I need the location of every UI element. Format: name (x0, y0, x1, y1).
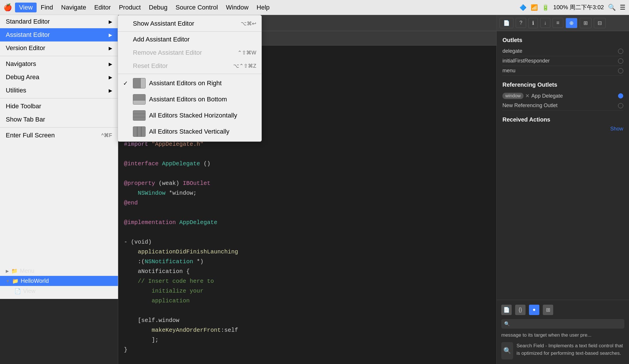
search-icon: 🔍 (504, 321, 510, 327)
rb-circle-icon[interactable]: ● (529, 305, 539, 315)
submenu-sep-2 (118, 74, 261, 74)
assistant-editor-submenu: Show Assistant Editor ⌥⌘↩ Add Assistant … (118, 15, 262, 142)
connection-row: window ✕ App Delegate (502, 91, 623, 101)
dropdown-show-tab-bar[interactable]: Show Tab Bar (0, 113, 118, 126)
hw-arrow-icon: ▼ (6, 279, 10, 283)
right-toolbar: 📄 ? ℹ ↓ ≡ ⊕ ⊞ ⊟ (497, 15, 629, 31)
rb-grid-icon[interactable]: ⊞ (543, 305, 553, 315)
separator-3 (0, 127, 118, 128)
remove-shortcut: ⌃⇧⌘W (238, 50, 256, 56)
menubar: 🍎 View Find Navigate Editor Product Debu… (0, 0, 629, 15)
remove-assistant-label: Remove Assistant Editor (133, 49, 202, 56)
battery-icon: 🔋 (542, 4, 549, 11)
rt-layout-btn[interactable]: ⊞ (580, 18, 592, 28)
new-outlet-circle[interactable] (618, 103, 623, 108)
dropdown-fullscreen[interactable]: Enter Full Screen ^⌘F (0, 129, 118, 142)
outlet-first-responder-label: initialFirstResponder (502, 58, 550, 64)
show-actions-btn[interactable]: Show (502, 126, 623, 132)
dropdown-utilities[interactable]: Utilities ▶ (0, 84, 118, 97)
delegate-circle[interactable] (618, 49, 623, 54)
arrow-icon: ▶ (109, 19, 112, 24)
arrow-active-icon: ▶ (109, 32, 112, 38)
hw-folder-icon: 📁 (12, 278, 18, 284)
menu-find[interactable]: Find (37, 3, 57, 12)
debug-arrow-icon: ▶ (109, 75, 112, 80)
menu-debug[interactable]: Debug (145, 3, 172, 12)
tree-item-helloworld[interactable]: ▼ 📁 HelloWorld (0, 276, 118, 286)
clock-display: 100% 周二下午3:02 (553, 3, 604, 11)
search-input[interactable] (512, 321, 622, 327)
dropdown-standard-editor[interactable]: Standard Editor ▶ (0, 15, 118, 28)
submenu-horiz-stack[interactable]: All Editors Stacked Horizontally (118, 107, 261, 124)
submenu-editors-bottom[interactable]: Assistant Editors on Bottom (118, 91, 261, 107)
menu-product[interactable]: Product (115, 3, 145, 12)
rt-file-btn[interactable]: 📄 (500, 18, 513, 28)
right-check: ✓ (123, 80, 129, 87)
right-bottom-toolbar: 📄 {} ● ⊞ (501, 305, 624, 315)
rt-info-btn[interactable]: ℹ (528, 18, 538, 28)
view-dropdown: Standard Editor ▶ Assistant Editor ▶ Ver… (0, 15, 118, 299)
wifi-icon: 📶 (531, 4, 538, 11)
referencing-title: Referencing Outlets (502, 81, 623, 88)
view-file-icon: 📄 (14, 288, 21, 294)
menu-circle[interactable] (618, 68, 623, 73)
menu-help[interactable]: Help (253, 3, 274, 12)
editors-vert-label: All Editors Stacked Vertically (149, 128, 229, 135)
outlet-menu: menu (502, 66, 623, 76)
search-icon[interactable]: 🔍 (608, 4, 616, 11)
connection-circle[interactable] (618, 93, 623, 98)
debug-area-label: Debug Area (6, 73, 39, 81)
submenu-editors-right[interactable]: ✓ Assistant Editors on Right (118, 75, 261, 91)
menu-view[interactable]: View (15, 3, 37, 12)
outlet-delegate-label: delegate (502, 48, 522, 54)
submenu-vert-stack[interactable]: All Editors Stacked Vertically (118, 124, 261, 140)
menubar-right: 🔷 📶 🔋 100% 周二下午3:02 🔍 ☰ (519, 3, 626, 11)
submenu-remove-assistant: Remove Assistant Editor ⌃⇧⌘W (118, 46, 261, 59)
first-responder-circle[interactable] (618, 58, 623, 64)
dropdown-navigators[interactable]: Navigators ▶ (0, 57, 118, 71)
desc-detail-section: 🔍 Search Field - Implements a text field… (501, 342, 624, 359)
menu-editor[interactable]: Editor (90, 3, 115, 12)
editors-horiz-label: All Editors Stacked Horizontally (149, 112, 237, 119)
version-editor-label: Version Editor (6, 44, 45, 52)
submenu-reset-editor: Reset Editor ⌥⌃⇧⌘Z (118, 59, 261, 73)
rb-code-icon[interactable]: {} (515, 305, 526, 315)
menu-label: Menu (20, 268, 34, 274)
apple-icon: 🍎 (3, 3, 12, 12)
rt-nav-btn[interactable]: ≡ (553, 18, 563, 28)
arrow-version-icon: ▶ (109, 46, 112, 51)
dropdown-hide-toolbar[interactable]: Hide Toolbar (0, 100, 118, 113)
connection-from: window (502, 93, 523, 99)
submenu-add-assistant[interactable]: Add Assistant Editor (118, 33, 261, 46)
left-pane (133, 78, 140, 88)
util-arrow-icon: ▶ (109, 88, 112, 93)
rb-file-icon[interactable]: 📄 (501, 305, 512, 315)
tree-item-menu[interactable]: ▶ 📁 Menu (0, 266, 118, 276)
connection-remove-btn[interactable]: ✕ (525, 93, 530, 99)
navigators-label: Navigators (6, 60, 36, 68)
search-field[interactable]: 🔍 (501, 319, 624, 329)
outlets-title: Outlets (502, 37, 623, 43)
editors-right-label: Assistant Editors on Right (149, 79, 222, 87)
rt-grid-btn[interactable]: ⊟ (594, 18, 606, 28)
bottom-pane (133, 100, 145, 104)
rt-connect-btn[interactable]: ⊕ (566, 18, 577, 28)
list-icon[interactable]: ☰ (620, 4, 626, 11)
menu-navigate[interactable]: Navigate (57, 3, 90, 12)
menu-source-control[interactable]: Source Control (172, 3, 222, 12)
menu-window[interactable]: Window (222, 3, 253, 12)
rt-help-btn[interactable]: ? (516, 18, 526, 28)
new-referencing-outlet: New Referencing Outlet (502, 101, 623, 111)
rt-down-btn[interactable]: ↓ (540, 18, 550, 28)
navigator-tree: ▶ 📁 Menu ▼ 📁 HelloWorld 📄 View (0, 263, 118, 299)
helloworld-label: HelloWorld (21, 278, 49, 284)
nav-arrow-icon: ▶ (109, 61, 112, 67)
dropdown-version-editor[interactable]: Version Editor ▶ (0, 41, 118, 55)
received-actions-title: Received Actions (502, 116, 623, 123)
horiz-stack-icon (133, 110, 146, 121)
tree-item-view[interactable]: 📄 View (0, 286, 118, 296)
submenu-show-assistant[interactable]: Show Assistant Editor ⌥⌘↩ (118, 17, 261, 30)
dropdown-debug-area[interactable]: Debug Area ▶ (0, 71, 118, 84)
outlet-menu-label: menu (502, 68, 515, 74)
dropdown-assistant-editor[interactable]: Assistant Editor ▶ (0, 28, 118, 41)
